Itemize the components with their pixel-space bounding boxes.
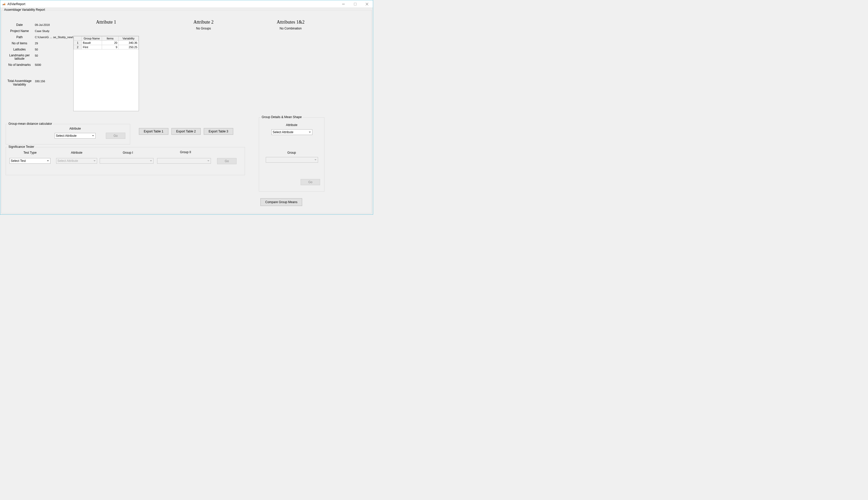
attribute2-subtext: No Groups bbox=[171, 27, 236, 30]
gd-attribute-label: Attribute bbox=[259, 123, 324, 127]
sig-test-type-label: Test Type bbox=[10, 151, 50, 155]
col-group-name[interactable]: Group Name bbox=[82, 36, 102, 41]
sig-group1-select[interactable] bbox=[100, 158, 154, 164]
col-variability[interactable]: Variability bbox=[119, 36, 138, 41]
export-table2-button[interactable]: Export Table 2 bbox=[171, 128, 201, 135]
gd-group-select-wrap bbox=[266, 157, 318, 163]
gd-attribute-select[interactable]: Select Attribute bbox=[271, 129, 312, 135]
gd-group-select[interactable] bbox=[266, 157, 318, 163]
info-label: Total Assemblage Variability bbox=[7, 79, 32, 86]
info-label: Date bbox=[7, 23, 32, 27]
maximize-button[interactable] bbox=[349, 0, 361, 8]
project-info-block: Date 09-Jul-2018 Project Name Case Study… bbox=[7, 23, 73, 89]
attributes12-heading: Attributes 1&2 bbox=[258, 20, 324, 25]
info-label: Path bbox=[7, 35, 32, 39]
group-details-panel: Group Details & Mean Shape Attribute Sel… bbox=[259, 117, 325, 192]
compare-button-wrap: Compare Group Means bbox=[260, 198, 302, 206]
gmd-legend: Group-mean distance calculator bbox=[8, 122, 53, 125]
sig-attribute-select-wrap: Select Attribute bbox=[56, 158, 97, 164]
info-row-project: Project Name Case Study bbox=[7, 29, 73, 33]
col-items[interactable]: Items bbox=[102, 36, 119, 41]
attribute1-heading: Attribute 1 bbox=[73, 20, 139, 25]
row-index: 2 bbox=[74, 45, 82, 49]
info-row-landmarks: No of landmarks 5000 bbox=[7, 63, 73, 67]
window-title: ASVarReport bbox=[8, 2, 25, 6]
minimize-button[interactable] bbox=[338, 0, 349, 8]
sig-group2-label: Group II bbox=[159, 150, 213, 154]
info-value: 29 bbox=[32, 42, 38, 45]
cell-items[interactable]: 9 bbox=[102, 45, 119, 49]
cell-variability[interactable]: 340.36 bbox=[119, 41, 138, 45]
info-row-date: Date 09-Jul-2018 bbox=[7, 23, 73, 27]
sig-test-select[interactable]: Select Test bbox=[10, 158, 50, 164]
sig-attribute-label: Attribute bbox=[56, 151, 97, 155]
gmd-attribute-select-wrap: Select Attribute bbox=[55, 133, 95, 139]
main-report-legend: Assemblage Variability Report bbox=[3, 8, 46, 12]
svg-rect-1 bbox=[354, 3, 357, 5]
compare-group-means-button[interactable]: Compare Group Means bbox=[260, 198, 302, 206]
info-label: No of landmarks bbox=[7, 63, 32, 67]
sig-group1-select-wrap bbox=[100, 158, 154, 164]
info-value: 330.156 bbox=[32, 79, 45, 83]
info-row-total-variability: Total Assemblage Variability 330.156 bbox=[7, 79, 73, 86]
info-label: Landmarks per latitude bbox=[7, 54, 32, 60]
info-row-latitudes: Latitudes 50 bbox=[7, 48, 73, 51]
table-empty-area bbox=[74, 49, 139, 105]
attribute2-heading: Attribute 2 bbox=[171, 20, 236, 25]
titlebar: ASVarReport bbox=[0, 0, 373, 8]
info-value: 5000 bbox=[32, 63, 41, 66]
titlebar-left: ASVarReport bbox=[2, 2, 25, 6]
cell-variability[interactable]: 250.25 bbox=[119, 45, 138, 49]
table-corner bbox=[74, 36, 82, 41]
app-window: ASVarReport Assemblage Variability Repor… bbox=[0, 0, 373, 215]
info-label: Latitudes bbox=[7, 48, 32, 51]
info-row-items: No of items 29 bbox=[7, 42, 73, 45]
sig-group2-select[interactable] bbox=[157, 158, 211, 164]
group-mean-distance-panel: Group-mean distance calculator Attribute… bbox=[5, 124, 130, 145]
sig-go-button[interactable]: Go bbox=[217, 158, 237, 164]
attribute1-table-inner: Group Name Items Variability 1 Basalt 20… bbox=[74, 36, 139, 49]
info-value: 50 bbox=[32, 54, 38, 57]
cell-group-name[interactable]: Flint bbox=[82, 45, 102, 49]
gmd-attribute-label: Attribute bbox=[55, 127, 95, 130]
sig-attribute-select[interactable]: Select Attribute bbox=[56, 158, 97, 164]
cell-items[interactable]: 20 bbox=[102, 41, 119, 45]
info-value: C:\Users\G … se_Stutdy_new\ bbox=[32, 35, 73, 39]
gd-legend: Group Details & Mean Shape bbox=[261, 115, 303, 119]
close-button[interactable] bbox=[361, 0, 373, 8]
info-value: 50 bbox=[32, 48, 38, 51]
export-table3-button[interactable]: Export Table 3 bbox=[204, 128, 233, 135]
attribute1-table[interactable]: Group Name Items Variability 1 Basalt 20… bbox=[73, 36, 139, 111]
gmd-go-button[interactable]: Go bbox=[106, 133, 125, 139]
content-area: Assemblage Variability Report Date 09-Ju… bbox=[0, 8, 373, 214]
export-buttons: Export Table 1 Export Table 2 Export Tab… bbox=[139, 128, 233, 135]
table-header-row: Group Name Items Variability bbox=[74, 36, 139, 41]
significance-tester-panel: Significance Tester Test Type Attribute … bbox=[5, 147, 245, 175]
export-table1-button[interactable]: Export Table 1 bbox=[139, 128, 168, 135]
info-label: No of items bbox=[7, 42, 32, 45]
info-row-landmarks-per-lat: Landmarks per latitude 50 bbox=[7, 54, 73, 60]
info-row-path: Path C:\Users\G … se_Stutdy_new\ bbox=[7, 35, 73, 39]
sig-group1-label: Group I bbox=[102, 151, 154, 155]
gd-attribute-select-wrap: Select Attribute bbox=[271, 129, 312, 135]
table-row[interactable]: 1 Basalt 20 340.36 bbox=[74, 41, 139, 45]
main-report-panel: Assemblage Variability Report Date 09-Ju… bbox=[1, 10, 372, 213]
sig-group2-select-wrap bbox=[157, 158, 211, 164]
sig-legend: Significance Tester bbox=[8, 145, 35, 149]
sig-test-select-wrap: Select Test bbox=[10, 158, 50, 164]
gd-go-button[interactable]: Go bbox=[301, 179, 320, 185]
info-value: 09-Jul-2018 bbox=[32, 23, 50, 26]
cell-group-name[interactable]: Basalt bbox=[82, 41, 102, 45]
info-label: Project Name bbox=[7, 29, 32, 33]
table-row[interactable]: 2 Flint 9 250.25 bbox=[74, 45, 139, 49]
window-controls bbox=[338, 0, 373, 8]
matlab-icon bbox=[2, 2, 6, 6]
info-value: Case Study bbox=[32, 29, 49, 33]
attributes12-subtext: No Combination bbox=[258, 27, 324, 30]
gmd-attribute-select[interactable]: Select Attribute bbox=[55, 133, 95, 139]
row-index: 1 bbox=[74, 41, 82, 45]
gd-group-label: Group bbox=[259, 151, 324, 155]
